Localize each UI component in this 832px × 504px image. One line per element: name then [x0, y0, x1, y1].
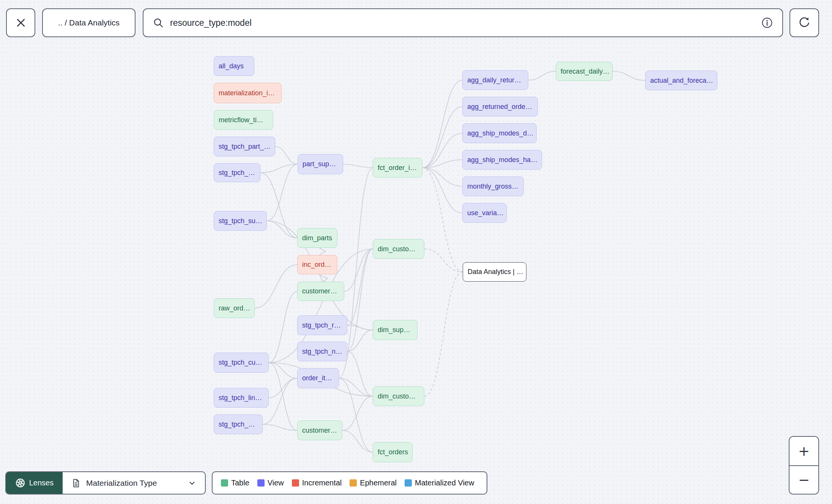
edge-stg_tpch_su-to-dim_parts: [267, 221, 297, 238]
edge-stg_tpch_su-to-part_sup: [267, 164, 298, 221]
node-dim_custo2[interactable]: dim_custo…: [373, 386, 424, 406]
node-dim_parts[interactable]: dim_parts: [297, 228, 337, 248]
node-stg_tpch_su[interactable]: stg_tpch_su…: [214, 211, 267, 231]
node-dim_custo1[interactable]: dim_custo…: [373, 239, 424, 259]
node-metricflow_ti[interactable]: metricflow_ti…: [214, 110, 273, 130]
node-fct_order_i[interactable]: fct_order_i…: [373, 158, 422, 178]
search-input[interactable]: [170, 18, 755, 28]
edge-fct_order_i-to-monthly_gross: [422, 168, 462, 186]
legend-swatch: [257, 479, 265, 487]
legend-label: Materialized View: [415, 479, 474, 487]
edge-stg_tpch_o1-to-part_sup: [260, 164, 298, 173]
node-stg_tpch_r[interactable]: stg_tpch_r…: [297, 315, 347, 335]
refresh-icon: [798, 16, 811, 29]
legend-item-table: Table: [221, 479, 249, 487]
edge-stg_tpch_o2-to-customer2: [263, 424, 297, 430]
document-icon: [71, 478, 81, 488]
lenses-pill: Lenses Materialization Type: [5, 471, 206, 495]
node-agg_ship_ha[interactable]: agg_ship_modes_ha…: [462, 150, 542, 170]
node-part_sup[interactable]: part_sup…: [298, 154, 343, 174]
node-agg_returned[interactable]: agg_returned_orde…: [462, 97, 538, 117]
node-customer2[interactable]: customer…: [297, 421, 342, 440]
edge-agg_daily_retur-to-forecast_daily: [528, 71, 556, 80]
edge-forecast_daily-to-actual_and: [613, 71, 645, 80]
node-actual_and[interactable]: actual_and_foreca…: [645, 71, 717, 90]
node-raw_ord[interactable]: raw_ord…: [214, 298, 255, 318]
node-agg_daily_retur[interactable]: agg_daily_retur…: [462, 70, 528, 90]
node-stg_tpch_o1[interactable]: stg_tpch_…: [214, 163, 260, 182]
close-button[interactable]: [6, 8, 35, 37]
edge-dim_custo1-to-data_analytics: [424, 249, 463, 272]
node-monthly_gross[interactable]: monthly_gross…: [462, 176, 524, 196]
lens-selector[interactable]: Materialization Type: [63, 472, 205, 494]
lenses-label: Lenses: [29, 479, 54, 487]
node-all_days[interactable]: all_days: [214, 56, 254, 76]
edge-stg_tpch_n-to-dim_custo1: [347, 249, 373, 351]
lenses-button[interactable]: Lenses: [6, 472, 63, 494]
node-stg_tpch_lin[interactable]: stg_tpch_lin…: [214, 388, 269, 408]
legend-item-ephemeral: Ephemeral: [350, 479, 397, 487]
zoom-in-button[interactable]: +: [789, 437, 818, 465]
edge-fct_order_i-to-agg_daily_retur: [422, 80, 462, 168]
edge-dim_parts-to-inc_ord: [319, 248, 326, 255]
legend-item-incremental: Incremental: [292, 479, 342, 487]
edge-order_it-to-fct_orders: [339, 378, 373, 452]
edge-stg_tpch_part-to-part_sup: [275, 146, 298, 164]
node-materialization_i[interactable]: materialization_i…: [214, 83, 282, 103]
legend-label: Ephemeral: [360, 479, 397, 487]
legend-item-view: View: [257, 479, 284, 487]
info-icon[interactable]: [761, 17, 773, 29]
node-customer1[interactable]: customer…: [297, 282, 344, 301]
node-stg_tpch_n[interactable]: stg_tpch_n…: [297, 342, 347, 361]
edge-customer1-to-dim_custo1: [344, 249, 373, 291]
node-stg_tpch_cu[interactable]: stg_tpch_cu…: [214, 353, 269, 373]
refresh-button[interactable]: [789, 8, 819, 37]
close-icon: [15, 17, 27, 28]
edge-fct_order_i-to-agg_ship_d: [422, 133, 462, 168]
lineage-canvas[interactable]: all_daysmaterialization_i…metricflow_ti……: [0, 0, 832, 504]
legend-swatch: [405, 479, 412, 487]
edge-customer2-to-fct_orders: [342, 430, 373, 452]
selected-lens-label: Materialization Type: [86, 479, 157, 488]
chevron-down-icon: [188, 479, 197, 488]
edge-part_sup-to-fct_order_i: [343, 164, 373, 168]
edge-fct_order_i-to-agg_returned: [422, 107, 462, 168]
node-inc_ord[interactable]: inc_ord…: [297, 255, 337, 274]
materialization-legend: TableViewIncrementalEphemeralMaterialize…: [212, 471, 487, 495]
breadcrumb-label: .. / Data Analytics: [58, 18, 120, 27]
node-forecast_daily[interactable]: forecast_daily…: [556, 62, 613, 81]
legend-swatch: [292, 479, 299, 487]
node-dim_sup[interactable]: dim_sup…: [373, 320, 418, 340]
legend-label: Table: [231, 479, 249, 487]
node-fct_orders[interactable]: fct_orders: [373, 442, 413, 462]
legend-label: Incremental: [302, 479, 342, 487]
legend-item-materialized-view: Materialized View: [405, 479, 474, 487]
zoom-out-button[interactable]: −: [789, 465, 818, 494]
edge-customer2-to-dim_custo2: [342, 396, 373, 430]
edge-inc_ord-to-customer1: [319, 274, 328, 282]
legend-swatch: [350, 479, 357, 487]
aperture-icon: [15, 478, 25, 488]
node-order_it[interactable]: order_it…: [297, 368, 339, 388]
edge-stg_tpch_n-to-dim_custo2: [347, 351, 373, 396]
legend-label: View: [268, 479, 284, 487]
search-bar: [143, 8, 783, 37]
edge-fct_order_i-to-data_analytics: [422, 168, 463, 272]
edge-stg_tpch_cu-to-customer2: [269, 363, 297, 431]
legend-swatch: [221, 479, 228, 487]
node-stg_tpch_part[interactable]: stg_tpch_part_…: [214, 137, 275, 156]
edge-stg_tpch_lin-to-order_it: [269, 378, 297, 398]
edge-fct_order_i-to-use_varia: [422, 168, 462, 213]
zoom-controls: + −: [789, 436, 819, 495]
node-agg_ship_d[interactable]: agg_ship_modes_d…: [462, 123, 537, 143]
search-icon: [153, 17, 164, 28]
node-data_analytics[interactable]: Data Analytics | …: [463, 262, 526, 282]
edge-raw_ord-to-inc_ord: [255, 265, 297, 309]
edge-dim_custo2-to-data_analytics: [424, 272, 463, 397]
node-stg_tpch_o2[interactable]: stg_tpch_…: [214, 414, 263, 434]
node-use_varia[interactable]: use_varia…: [462, 203, 507, 223]
breadcrumb[interactable]: .. / Data Analytics: [42, 8, 136, 37]
